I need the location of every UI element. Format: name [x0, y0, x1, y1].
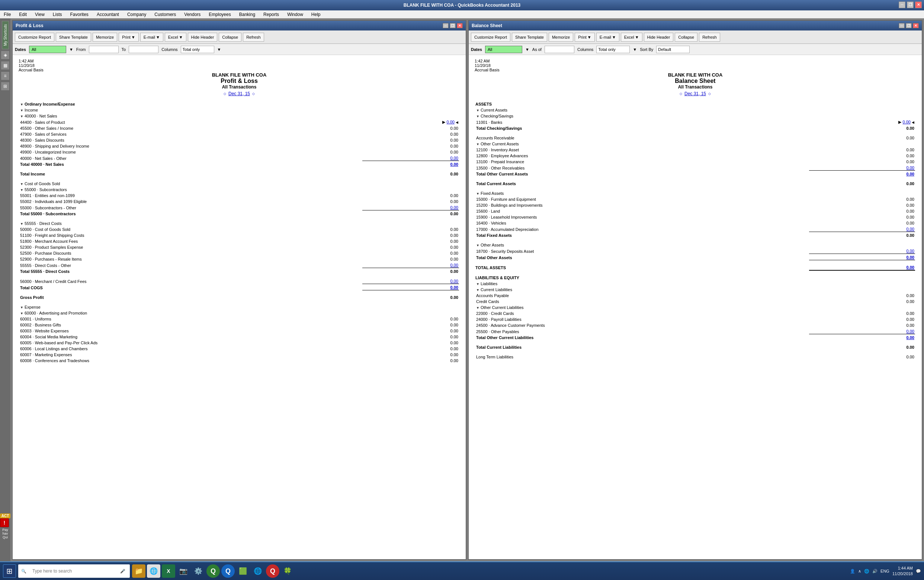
error-icon[interactable]: !: [0, 518, 9, 527]
expand-icon[interactable]: ▶: [442, 120, 445, 124]
merchant-cc-amount[interactable]: 0.00: [450, 279, 458, 283]
menu-reports[interactable]: Reports: [262, 12, 280, 18]
banks-expand[interactable]: ▶: [898, 120, 901, 124]
menu-accountant[interactable]: Accountant: [95, 12, 120, 18]
bs-report-date[interactable]: Dec 31, 15: [685, 91, 706, 96]
menu-view[interactable]: View: [33, 12, 46, 18]
search-input[interactable]: [29, 564, 118, 578]
pl-next-arrow[interactable]: ◇: [252, 92, 255, 96]
pl-hide-header-btn[interactable]: Hide Header: [188, 33, 218, 42]
credit-cards-label: Credit Cards: [475, 299, 808, 304]
notification-icon[interactable]: 💬: [916, 569, 921, 574]
pl-excel-btn[interactable]: Excel ▼: [165, 33, 186, 42]
taskbar-icon-settings[interactable]: ⚙️: [191, 564, 205, 578]
bs-columns-select[interactable]: [596, 46, 630, 53]
pl-customize-btn[interactable]: Customize Report: [15, 33, 54, 42]
taskbar-icon-green-squares[interactable]: 🟩: [236, 564, 249, 578]
start-button[interactable]: ⊞: [3, 564, 16, 578]
minimize-btn[interactable]: ─: [899, 2, 906, 8]
total-assets-amount[interactable]: 0.00: [906, 265, 914, 270]
bs-excel-btn[interactable]: Excel ▼: [621, 33, 642, 42]
bs-print-btn[interactable]: Print ▼: [575, 33, 595, 42]
pl-restore[interactable]: ❐: [450, 23, 456, 28]
pl-report-date[interactable]: Dec 31, 15: [228, 91, 250, 96]
taskbar-icon-camera[interactable]: 📷: [177, 564, 190, 578]
pl-memorize-btn[interactable]: Memorize: [92, 33, 117, 42]
menu-employees[interactable]: Employees: [207, 12, 232, 18]
pl-print-btn[interactable]: Print ▼: [119, 33, 139, 42]
pl-minimize[interactable]: ─: [443, 23, 449, 28]
bs-refresh-btn[interactable]: Refresh: [699, 33, 720, 42]
sidebar-icon-2[interactable]: ▦: [1, 61, 10, 70]
menu-favorites[interactable]: Favorites: [69, 12, 90, 18]
menu-edit[interactable]: Edit: [18, 12, 28, 18]
bs-report-header: 1:42 AM 11/20/18 Accrual Basis BLANK FIL…: [475, 59, 916, 96]
menu-company[interactable]: Company: [126, 12, 148, 18]
taskbar-icon-ie[interactable]: 🌐: [251, 564, 264, 578]
menu-window[interactable]: Window: [286, 12, 305, 18]
pl-prev-arrow[interactable]: ◇: [224, 92, 226, 96]
taskbar-icon-leaf[interactable]: 🍀: [281, 564, 294, 578]
taskbar-icon-qb1[interactable]: Q: [206, 564, 220, 578]
bs-share-btn[interactable]: Share Template: [512, 33, 547, 42]
restore-btn[interactable]: ❐: [907, 2, 914, 8]
my-shortcuts-tab[interactable]: My Shortcuts: [2, 21, 9, 49]
pl-close[interactable]: ✕: [457, 23, 463, 28]
bs-minimize[interactable]: ─: [899, 23, 905, 28]
total-other-assets-amount[interactable]: 0.00: [906, 255, 914, 260]
pl-collapse-btn[interactable]: Collapse: [219, 33, 241, 42]
total-other-current-amount[interactable]: 0.00: [906, 172, 914, 176]
menu-vendors[interactable]: Vendors: [183, 12, 202, 18]
bs-as-of-input[interactable]: [544, 46, 574, 53]
spacer-row: [475, 177, 915, 180]
close-btn[interactable]: ✕: [915, 2, 922, 8]
total-other-current-liab-amount[interactable]: 0.00: [906, 335, 914, 340]
sidebar-icon-1[interactable]: ◈: [1, 51, 10, 59]
bs-prev-arrow[interactable]: ◇: [680, 92, 682, 96]
banks-amount[interactable]: 0.00: [903, 120, 911, 124]
taskbar-icon-excel[interactable]: X: [162, 564, 175, 578]
menu-file[interactable]: File: [2, 12, 12, 18]
taskbar-icon-qb2[interactable]: Q: [221, 564, 235, 578]
bs-close[interactable]: ✕: [913, 23, 919, 28]
sub-other-amount[interactable]: 0.00: [450, 205, 458, 210]
direct-costs-other-amount[interactable]: 0.00: [450, 263, 458, 267]
sales-product-amount[interactable]: 0.00: [447, 120, 455, 124]
pl-refresh-btn[interactable]: Refresh: [243, 33, 264, 42]
taskbar-icon-folders[interactable]: 📁: [132, 564, 145, 578]
taskbar-icon-qb3[interactable]: Q: [266, 564, 279, 578]
pl-from-input[interactable]: [89, 46, 119, 53]
pl-columns-select[interactable]: [181, 46, 214, 53]
bs-next-arrow[interactable]: ◇: [708, 92, 711, 96]
table-row: Accounts Receivable 0.00: [475, 135, 915, 140]
bs-customize-btn[interactable]: Customize Report: [471, 33, 510, 42]
other-receivables-amount[interactable]: 0.00: [906, 165, 914, 170]
land-label: 15600 · Land: [475, 209, 808, 214]
total-net-sales-amount[interactable]: 0.00: [450, 162, 458, 166]
total-assets-label: TOTAL ASSETS: [475, 265, 808, 271]
pl-share-btn[interactable]: Share Template: [56, 33, 91, 42]
pl-to-input[interactable]: [129, 46, 158, 53]
security-deposits-amount[interactable]: 0.00: [906, 249, 914, 253]
bs-dates-input[interactable]: [485, 46, 522, 53]
bs-hide-header-btn[interactable]: Hide Header: [644, 33, 674, 42]
bs-sort-select[interactable]: [656, 46, 690, 53]
menu-banking[interactable]: Banking: [238, 12, 257, 18]
bs-collapse-btn[interactable]: Collapse: [675, 33, 698, 42]
net-sales-other-amount[interactable]: 0.00: [450, 156, 458, 160]
taskbar-icon-chrome[interactable]: 🌐: [147, 564, 160, 578]
sidebar-icon-3[interactable]: ≡: [1, 71, 10, 80]
bs-email-btn[interactable]: E-mail ▼: [596, 33, 619, 42]
menu-help[interactable]: Help: [310, 12, 322, 18]
taskbar-up-arrow[interactable]: ∧: [858, 569, 861, 574]
pl-email-btn[interactable]: E-mail ▼: [140, 33, 163, 42]
other-payables-amount[interactable]: 0.00: [906, 329, 914, 333]
total-cogs-amount[interactable]: 0.00: [450, 285, 458, 290]
bs-memorize-btn[interactable]: Memorize: [549, 33, 573, 42]
bs-restore[interactable]: ❐: [906, 23, 912, 28]
sidebar-icon-4[interactable]: ⊞: [1, 82, 10, 91]
menu-customers[interactable]: Customers: [153, 12, 177, 18]
accum-deprec-amount[interactable]: 0.00: [906, 227, 914, 231]
pl-dates-input[interactable]: [29, 46, 66, 53]
menu-lists[interactable]: Lists: [51, 12, 64, 18]
